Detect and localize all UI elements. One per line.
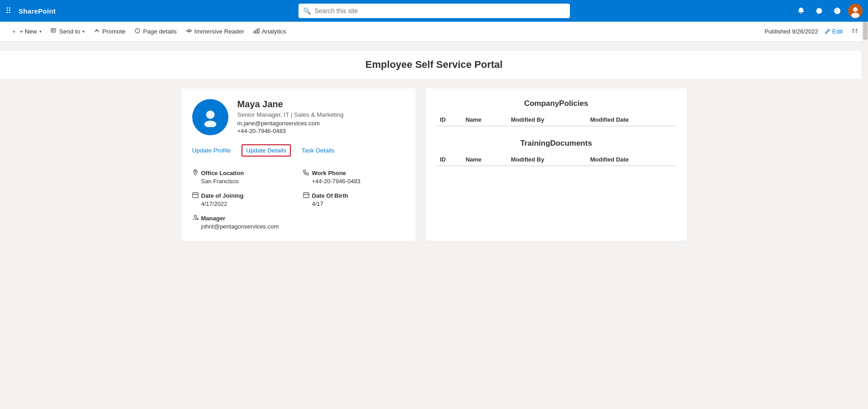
published-status: Published 9/26/2022	[764, 28, 818, 35]
profile-title: Senior Manager, IT | Sales & Marketing	[237, 111, 344, 118]
update-profile-button[interactable]: Update Profile	[192, 144, 231, 157]
manager-label: Manager	[192, 214, 294, 222]
new-chevron: ▾	[39, 29, 42, 34]
command-bar-right: Published 9/26/2022 Edit	[764, 26, 861, 37]
profile-email: m.jane@pentagonservices.com	[237, 120, 344, 127]
svg-point-9	[206, 110, 214, 119]
analytics-label: Analytics	[262, 28, 286, 35]
notification-bell-button[interactable]	[794, 4, 808, 18]
training-documents-section: TrainingDocuments ID Name Modified By Mo…	[436, 139, 676, 166]
date-of-joining-value: 4/17/2022	[192, 200, 294, 207]
training-documents-table: ID Name Modified By Modified Date	[436, 153, 676, 166]
send-to-label: Send to	[59, 28, 81, 35]
settings-button[interactable]	[812, 4, 826, 18]
company-policies-table: ID Name Modified By Modified Date	[436, 114, 676, 126]
svg-point-11	[194, 171, 196, 172]
svg-rect-8	[258, 29, 259, 33]
help-button[interactable]	[830, 4, 844, 18]
td-col-id: ID	[436, 153, 462, 166]
work-phone-label: Work Phone	[303, 169, 405, 177]
page-details-label: Page details	[143, 28, 176, 35]
svg-rect-7	[256, 30, 257, 33]
analytics-icon	[253, 28, 260, 35]
svg-rect-12	[193, 193, 198, 198]
page-details-button[interactable]: Page details	[131, 25, 180, 38]
date-of-birth-value: 4/17	[303, 200, 405, 207]
profile-name: Maya Jane	[237, 99, 344, 109]
task-details-button[interactable]: Task Details	[302, 144, 335, 157]
cp-col-modified-by: Modified By	[508, 114, 587, 126]
phone-icon	[303, 169, 309, 177]
send-to-button[interactable]: Send to ▾	[47, 25, 89, 38]
search-input[interactable]	[299, 4, 570, 18]
office-location-field: Office Location San Francisco	[192, 169, 294, 185]
calendar2-icon	[303, 192, 309, 200]
td-col-modified-date: Modified Date	[587, 153, 676, 166]
profile-phone: +44-20-7946-0483	[237, 128, 344, 134]
company-policies-title: CompanyPolicies	[436, 99, 676, 108]
svg-rect-13	[304, 193, 309, 198]
immersive-reader-icon	[186, 28, 192, 35]
date-of-joining-field: Date of Joining 4/17/2022	[192, 192, 294, 207]
td-col-name: Name	[462, 153, 507, 166]
manager-field: Manager johnt@pentagonservices.com	[192, 214, 294, 230]
date-of-birth-label: Date Of Birth	[303, 192, 405, 200]
profile-card: Maya Jane Senior Manager, IT | Sales & M…	[181, 88, 416, 241]
collapse-button[interactable]	[849, 26, 861, 37]
calendar-icon	[192, 192, 199, 200]
promote-button[interactable]: Promote	[90, 25, 129, 38]
search-bar-container: 🔍	[299, 4, 570, 18]
svg-rect-3	[51, 29, 56, 32]
location-icon	[192, 169, 199, 177]
waffle-icon[interactable]: ⠿	[5, 6, 11, 16]
update-details-button[interactable]: Update Details	[242, 144, 291, 157]
main-content: Employee Self Service Portal Maya Jane S…	[0, 42, 868, 409]
send-to-icon	[51, 28, 57, 35]
top-nav-bar: ⠿ SharePoint 🔍	[0, 0, 868, 22]
profile-info: Maya Jane Senior Manager, IT | Sales & M…	[237, 99, 344, 134]
office-location-value: San Francisco	[192, 178, 294, 185]
new-button[interactable]: ＋ + New ▾	[7, 25, 45, 38]
promote-label: Promote	[102, 28, 125, 35]
profile-avatar	[192, 99, 228, 135]
work-phone-field: Work Phone +44-20-7946-0483	[303, 169, 405, 185]
two-column-layout: Maya Jane Senior Manager, IT | Sales & M…	[181, 88, 688, 241]
immersive-reader-button[interactable]: Immersive Reader	[182, 25, 248, 38]
nav-right-icons	[794, 4, 863, 18]
edit-button[interactable]: Edit	[822, 26, 845, 37]
search-icon: 🔍	[303, 7, 311, 14]
svg-rect-6	[254, 31, 255, 33]
company-policies-section: CompanyPolicies ID Name Modified By Modi…	[436, 99, 676, 126]
new-icon: ＋	[11, 28, 17, 36]
work-phone-value: +44-20-7946-0483	[303, 178, 405, 185]
profile-details: Office Location San Francisco Work Phone…	[192, 169, 405, 230]
training-documents-title: TrainingDocuments	[436, 139, 676, 148]
office-location-label: Office Location	[192, 169, 294, 177]
date-of-joining-label: Date of Joining	[192, 192, 294, 200]
send-to-chevron: ▾	[82, 29, 85, 34]
scrollbar[interactable]	[862, 22, 868, 409]
manager-icon	[192, 214, 199, 222]
tables-card: CompanyPolicies ID Name Modified By Modi…	[425, 88, 688, 241]
user-avatar[interactable]	[848, 4, 863, 18]
new-label: + New	[19, 28, 37, 35]
profile-header: Maya Jane Senior Manager, IT | Sales & M…	[192, 99, 405, 135]
date-of-birth-field: Date Of Birth 4/17	[303, 192, 405, 207]
cp-col-modified-date: Modified Date	[587, 114, 676, 126]
content-section: Maya Jane Senior Manager, IT | Sales & M…	[172, 88, 697, 241]
svg-point-10	[204, 121, 216, 127]
manager-value: johnt@pentagonservices.com	[192, 223, 294, 230]
td-col-modified-by: Modified By	[508, 153, 587, 166]
page-details-icon	[134, 28, 141, 35]
promote-icon	[94, 28, 100, 35]
sharepoint-logo: SharePoint	[19, 7, 56, 15]
analytics-button[interactable]: Analytics	[250, 25, 290, 38]
immersive-reader-label: Immersive Reader	[194, 28, 244, 35]
svg-point-2	[851, 13, 859, 18]
page-title: Employee Self Service Portal	[0, 51, 868, 79]
cp-col-id: ID	[436, 114, 462, 126]
profile-actions: Update Profile Update Details Task Detai…	[192, 144, 405, 158]
scrollbar-thumb[interactable]	[863, 22, 868, 40]
svg-point-5	[188, 30, 190, 32]
edit-label: Edit	[832, 28, 843, 35]
